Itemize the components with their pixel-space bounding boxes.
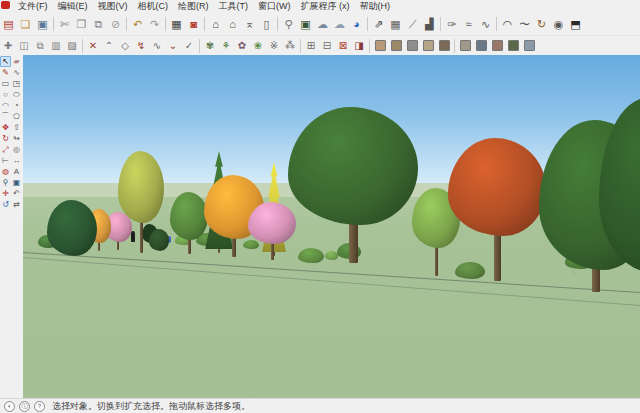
scatter-icon[interactable]: ⁂ (282, 38, 298, 53)
material-sample-icon[interactable] (489, 38, 505, 53)
menu-v[interactable]: 视图(V) (93, 0, 133, 13)
flower-lib-icon[interactable]: ✿ (234, 38, 250, 53)
material-sample-icon[interactable] (420, 38, 436, 53)
rotate-tool[interactable]: ↻ (0, 133, 11, 144)
zoom-window-tool[interactable]: ▣ (11, 177, 22, 188)
menu-c[interactable]: 相机(C) (133, 0, 174, 13)
tape-measure-tool[interactable]: ⊢ (0, 155, 11, 166)
spin-tool-icon[interactable]: ↻ (533, 15, 550, 33)
offset-tool[interactable]: ◎ (11, 144, 22, 155)
scale-tool[interactable]: ⤢ (0, 144, 11, 155)
polygon-tool[interactable]: ⬠ (11, 111, 22, 122)
roof-maker-icon[interactable]: ⌅ (241, 15, 258, 33)
open-file-icon[interactable]: ❏ (17, 15, 34, 33)
material-sample-icon[interactable] (521, 38, 537, 53)
rectangle-tool[interactable]: ▭ (0, 78, 11, 89)
cloud-upload-icon[interactable]: ☁ (314, 15, 331, 33)
save-icon[interactable]: ▣ (34, 15, 51, 33)
weld-icon[interactable]: ⌄ (165, 38, 181, 53)
door-window-icon[interactable]: ▯ (258, 15, 275, 33)
globe-3dwarehouse-icon[interactable]: ◕ (348, 15, 365, 33)
joint-pushpull-icon[interactable]: ⌃ (101, 38, 117, 53)
wave-surface-icon[interactable]: 〜 (516, 15, 533, 33)
stamp-tool-icon[interactable]: ◉ (550, 15, 567, 33)
circle-tool[interactable]: ○ (0, 89, 11, 100)
freehand-tool[interactable]: ∿ (11, 67, 22, 78)
house-builder-icon[interactable]: ⌂ (207, 15, 224, 33)
menu-t[interactable]: 工具(T) (214, 0, 254, 13)
viewport-canvas[interactable] (23, 55, 640, 399)
purge-icon[interactable]: ⊠ (335, 38, 351, 53)
pipe-along-path-icon[interactable]: ✑ (443, 15, 460, 33)
curviloft-icon[interactable]: ↯ (133, 38, 149, 53)
paste-icon[interactable]: ⧉ (90, 15, 107, 33)
material-sample-icon[interactable] (505, 38, 521, 53)
layer-manager-icon[interactable]: ⊟ (319, 38, 335, 53)
material-sample-icon[interactable] (473, 38, 489, 53)
soften-edges-icon[interactable]: ◫ (16, 38, 32, 53)
mesh-icon[interactable]: ▨ (64, 38, 80, 53)
arc-tool[interactable]: ◠ (0, 100, 11, 111)
grass-tool-icon[interactable]: ❀ (250, 38, 266, 53)
three-point-arc-tool[interactable]: ⌒ (0, 111, 11, 122)
cleanup-icon[interactable]: ✓ (181, 38, 197, 53)
export-scene-icon[interactable]: ⇗ (370, 15, 387, 33)
geolocation-pin-icon[interactable]: ⚲ (280, 15, 297, 33)
follow-me-tool[interactable]: ↬ (11, 133, 22, 144)
zoom-tool[interactable]: ⚲ (0, 177, 11, 188)
rotated-rectangle-tool[interactable]: ◳ (11, 78, 22, 89)
material-sample-icon[interactable] (436, 38, 452, 53)
arch-tool-icon[interactable]: ◠ (499, 15, 516, 33)
model-info-icon[interactable]: ▦ (168, 15, 185, 33)
3d-text-tool[interactable]: A (11, 166, 22, 177)
geolocation-icon[interactable]: ◐ (4, 401, 15, 412)
credits-icon[interactable]: ⓘ (19, 401, 30, 412)
redo-icon[interactable]: ↷ (146, 15, 163, 33)
round-corner-icon[interactable]: ◇ (117, 38, 133, 53)
eraser-tool[interactable]: ▰ (11, 56, 22, 67)
road-tool-icon[interactable]: ≈ (460, 15, 477, 33)
house-frame-icon[interactable]: ⌂ (224, 15, 241, 33)
menu-x[interactable]: 扩展程序 (x) (296, 0, 355, 13)
material-sample-icon[interactable] (404, 38, 420, 53)
push-pull-tool[interactable]: ⇧ (11, 122, 22, 133)
render-icon[interactable]: ◨ (351, 38, 367, 53)
flip-tool-icon[interactable]: ⬒ (567, 15, 584, 33)
copy-icon[interactable]: ❐ (73, 15, 90, 33)
dimension-tool[interactable]: ↔ (11, 155, 22, 166)
terrain-stats-icon[interactable]: ▟ (421, 15, 438, 33)
cloud-share-icon[interactable]: ☁ (331, 15, 348, 33)
material-sample-icon[interactable] (372, 38, 388, 53)
menu-e[interactable]: 编辑(E) (53, 0, 93, 13)
menu-w[interactable]: 窗口(W) (253, 0, 296, 13)
attribute-table-icon[interactable]: ▦ (387, 15, 404, 33)
toolbox-icon[interactable]: ◙ (185, 15, 202, 33)
zoom-extents-tool[interactable]: ✛ (0, 188, 11, 199)
pie-tool[interactable]: ◔ (11, 100, 22, 111)
select-tool[interactable]: ↖ (0, 56, 11, 67)
component-spray-icon[interactable]: ✾ (202, 38, 218, 53)
menu-f[interactable]: 文件(F) (13, 0, 53, 13)
pan-tool[interactable]: ⇄ (11, 199, 22, 210)
menu-r[interactable]: 绘图(R) (173, 0, 214, 13)
paint-bucket-tool[interactable]: ◍ (0, 166, 11, 177)
material-sample-icon[interactable] (388, 38, 404, 53)
material-sample-icon[interactable] (457, 38, 473, 53)
undo-icon[interactable]: ↶ (129, 15, 146, 33)
section-cut-icon[interactable]: ⊞ (303, 38, 319, 53)
line-tool[interactable]: ✎ (0, 67, 11, 78)
delete-icon[interactable]: ⊘ (107, 15, 124, 33)
help-icon[interactable]: ? (34, 401, 45, 412)
cut-icon[interactable]: ✄ (56, 15, 73, 33)
orbit-tool[interactable]: ↺ (0, 199, 11, 210)
vertex-edit-icon[interactable]: ✚ (0, 38, 16, 53)
move-tool[interactable]: ✥ (0, 122, 11, 133)
bezier-icon[interactable]: ∿ (149, 38, 165, 53)
drape-icon[interactable]: ▥ (48, 38, 64, 53)
ellipse-tool[interactable]: ⬭ (11, 89, 22, 100)
menu-h[interactable]: 帮助(H) (355, 0, 396, 13)
slope-tool-icon[interactable]: ⟋ (404, 15, 421, 33)
new-file-icon[interactable]: ▤ (0, 15, 17, 33)
curve-tool-icon[interactable]: ∿ (477, 15, 494, 33)
make-group-icon[interactable]: ⧉ (32, 38, 48, 53)
